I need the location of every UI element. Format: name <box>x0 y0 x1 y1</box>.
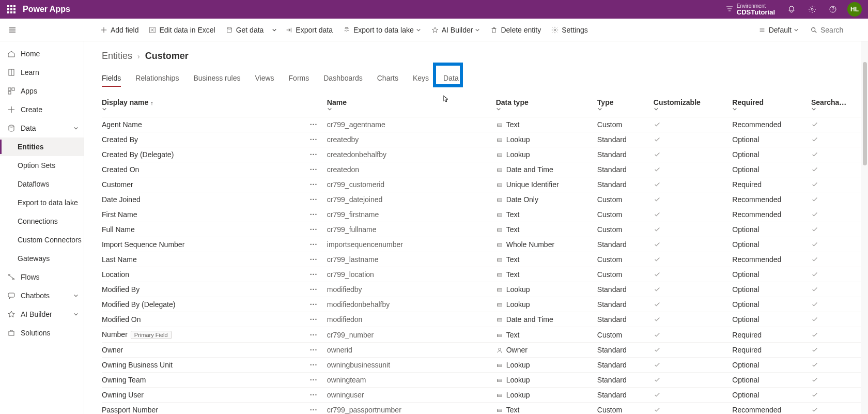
tab-fields[interactable]: Fields <box>102 70 121 86</box>
nav-create[interactable]: Create <box>0 100 84 119</box>
table-row[interactable]: Owning Team···owningteamLookupStandardOp… <box>102 373 862 388</box>
edit-excel-button[interactable]: Edit data in Excel <box>144 19 220 41</box>
export-data-button[interactable]: Export data <box>280 19 338 41</box>
nav-flows[interactable]: Flows <box>0 268 84 286</box>
row-more-button[interactable]: ··· <box>304 388 327 403</box>
nav-entities[interactable]: Entities <box>0 137 84 156</box>
table-row[interactable]: NumberPrimary Field···cr799_numberTextCu… <box>102 327 862 343</box>
user-avatar[interactable]: HL <box>847 2 862 17</box>
row-more-button[interactable]: ··· <box>304 312 327 327</box>
ai-builder-button[interactable]: AI Builder <box>426 19 486 41</box>
tab-relationships[interactable]: Relationships <box>135 70 179 86</box>
nav-apps[interactable]: Apps <box>0 82 84 100</box>
table-row[interactable]: Owning User···owninguserLookupStandardOp… <box>102 388 862 403</box>
fields-table-wrapper[interactable]: Display name↑ Name Data type Type Custom… <box>84 93 868 414</box>
row-more-button[interactable]: ··· <box>304 358 327 373</box>
row-more-button[interactable]: ··· <box>304 373 327 388</box>
row-more-button[interactable]: ··· <box>304 192 327 207</box>
app-launcher-button[interactable] <box>2 0 21 19</box>
cell-required: Recommended <box>732 252 811 267</box>
row-more-button[interactable]: ··· <box>304 252 327 267</box>
col-name[interactable]: Name <box>327 93 496 117</box>
row-more-button[interactable]: ··· <box>304 132 327 147</box>
vertical-scrollbar[interactable] <box>861 41 868 414</box>
delete-entity-button[interactable]: Delete entity <box>485 19 546 41</box>
nav-home[interactable]: Home <box>0 44 84 63</box>
table-row[interactable]: Full Name···cr799_fullnameTextCustomOpti… <box>102 222 862 237</box>
scrollbar-thumb[interactable] <box>863 62 867 165</box>
row-more-button[interactable]: ··· <box>304 147 327 162</box>
nav-connections[interactable]: Connections <box>0 212 84 231</box>
nav-option-sets[interactable]: Option Sets <box>0 156 84 175</box>
row-more-button[interactable]: ··· <box>304 117 327 132</box>
tab-business-rules[interactable]: Business rules <box>193 70 240 86</box>
row-more-button[interactable]: ··· <box>304 297 327 312</box>
tab-forms[interactable]: Forms <box>289 70 309 86</box>
help-button[interactable] <box>823 0 843 19</box>
col-searchable[interactable]: Searcha… <box>811 93 862 117</box>
row-more-button[interactable]: ··· <box>304 162 327 177</box>
primary-field-badge: Primary Field <box>131 331 172 339</box>
col-customizable[interactable]: Customizable <box>654 93 733 117</box>
table-row[interactable]: Agent Name···cr799_agentnameTextCustomRe… <box>102 117 862 132</box>
nav-dataflows[interactable]: Dataflows <box>0 175 84 193</box>
entity-settings-button[interactable]: Settings <box>546 19 593 41</box>
table-row[interactable]: Customer···cr799_customeridUnique Identi… <box>102 177 862 192</box>
row-more-button[interactable]: ··· <box>304 282 327 297</box>
tab-dashboards[interactable]: Dashboards <box>323 70 363 86</box>
table-row[interactable]: Modified By···modifiedbyLookupStandardOp… <box>102 282 862 297</box>
row-more-button[interactable]: ··· <box>304 177 327 192</box>
row-more-button[interactable]: ··· <box>304 343 327 358</box>
search-box[interactable] <box>804 19 868 41</box>
table-row[interactable]: Created On···createdonDate and TimeStand… <box>102 162 862 177</box>
settings-button[interactable] <box>802 0 823 19</box>
tab-data[interactable]: Data <box>443 70 459 86</box>
row-more-button[interactable]: ··· <box>304 222 327 237</box>
table-row[interactable]: Modified By (Delegate)···modifiedonbehal… <box>102 297 862 312</box>
row-more-button[interactable]: ··· <box>304 207 327 222</box>
breadcrumb-root[interactable]: Entities <box>102 51 132 62</box>
table-row[interactable]: Modified On···modifiedonDate and TimeSta… <box>102 312 862 327</box>
add-field-button[interactable]: Add field <box>95 19 144 41</box>
nav-chatbots[interactable]: Chatbots <box>0 286 84 305</box>
row-more-button[interactable]: ··· <box>304 237 327 252</box>
nav-export-lake[interactable]: Export to data lake <box>0 193 84 212</box>
nav-custom-connectors[interactable]: Custom Connectors <box>0 231 84 249</box>
get-data-split-button[interactable] <box>269 19 280 41</box>
table-row[interactable]: Created By (Delegate)···createdonbehalfb… <box>102 147 862 162</box>
table-row[interactable]: Passport Number···cr799_passportnumberTe… <box>102 403 862 415</box>
nav-learn[interactable]: Learn <box>0 63 84 82</box>
col-required[interactable]: Required <box>732 93 811 117</box>
tab-keys[interactable]: Keys <box>413 70 429 86</box>
nav-ai-builder[interactable]: AI Builder <box>0 305 84 324</box>
tab-views[interactable]: Views <box>255 70 274 86</box>
search-input[interactable] <box>820 26 862 34</box>
table-row[interactable]: Location···cr799_locationTextCustomOptio… <box>102 267 862 282</box>
notifications-button[interactable] <box>781 0 802 19</box>
cell-data-type: Lookup <box>496 282 597 297</box>
table-row[interactable]: First Name···cr799_firstnameTextCustomRe… <box>102 207 862 222</box>
nav-data[interactable]: Data <box>0 119 84 137</box>
get-data-button[interactable]: Get data <box>221 19 269 41</box>
view-selector-button[interactable]: Default <box>753 19 804 41</box>
nav-toggle-button[interactable] <box>2 19 23 41</box>
table-row[interactable]: Created By···createdbyLookupStandardOpti… <box>102 132 862 147</box>
row-more-button[interactable]: ··· <box>304 403 327 415</box>
tab-charts[interactable]: Charts <box>377 70 398 86</box>
table-row[interactable]: Last Name···cr799_lastnameTextCustomReco… <box>102 252 862 267</box>
row-more-button[interactable]: ··· <box>304 327 327 343</box>
table-row[interactable]: Owner···owneridOwnerStandardRequired <box>102 343 862 358</box>
col-display-name[interactable]: Display name↑ <box>102 93 304 117</box>
col-type[interactable]: Type <box>597 93 654 117</box>
col-data-type[interactable]: Data type <box>496 93 597 117</box>
product-name[interactable]: Power Apps <box>23 5 70 14</box>
table-row[interactable]: Date Joined···cr799_datejoinedDate OnlyC… <box>102 192 862 207</box>
nav-solutions[interactable]: Solutions <box>0 324 84 342</box>
export-lake-button[interactable]: Export to data lake <box>338 19 426 41</box>
table-row[interactable]: Import Sequence Number···importsequencen… <box>102 237 862 252</box>
nav-gateways-label: Gateways <box>18 254 50 263</box>
table-row[interactable]: Owning Business Unit···owningbusinessuni… <box>102 358 862 373</box>
row-more-button[interactable]: ··· <box>304 267 327 282</box>
nav-gateways[interactable]: Gateways <box>0 249 84 268</box>
environment-picker[interactable]: Environment CDSTutorial <box>725 2 781 16</box>
